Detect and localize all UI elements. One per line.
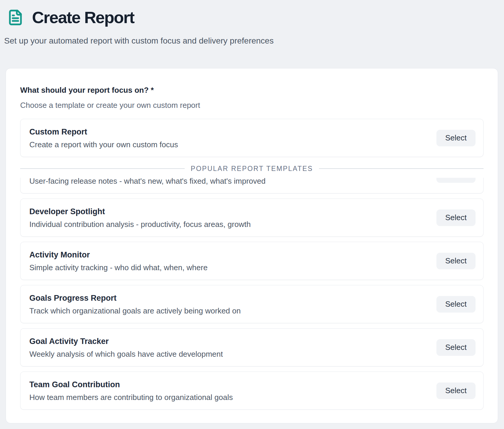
template-select-button[interactable]: Select: [436, 296, 476, 313]
template-title: Goals Progress Report: [29, 293, 474, 303]
template-list: User-facing release notes - what's new, …: [20, 178, 484, 410]
template-select-button[interactable]: Select: [436, 382, 476, 399]
template-select-button[interactable]: Select: [436, 253, 476, 269]
template-card-goals-progress-report[interactable]: Goals Progress Report Track which organi…: [20, 285, 484, 323]
template-select-button[interactable]: Select: [436, 209, 476, 226]
popular-templates-divider: POPULAR REPORT TEMPLATES: [20, 164, 484, 173]
template-title: Activity Monitor: [29, 249, 474, 260]
template-card-developer-spotlight[interactable]: Developer Spotlight Individual contribut…: [20, 199, 484, 237]
popular-templates-label: POPULAR REPORT TEMPLATES: [191, 165, 313, 173]
page-header: Create Report: [0, 0, 504, 26]
template-title: Team Goal Contribution: [29, 379, 474, 390]
template-card-release-notes-clipped[interactable]: User-facing release notes - what's new, …: [20, 178, 484, 193]
divider-line-right: [319, 168, 484, 169]
file-text-icon: [7, 9, 24, 26]
template-description: Track which organizational goals are act…: [29, 306, 474, 316]
template-description: Individual contribution analysis - produ…: [29, 220, 474, 229]
page-title: Create Report: [32, 9, 134, 26]
template-card-team-goal-contribution[interactable]: Team Goal Contribution How team members …: [20, 372, 484, 410]
custom-report-card[interactable]: Custom Report Create a report with your …: [20, 119, 484, 157]
template-description: Weekly analysis of which goals have acti…: [29, 349, 474, 359]
report-focus-panel: What should your report focus on? * Choo…: [6, 68, 498, 423]
focus-question-subheading: Choose a template or create your own cus…: [20, 100, 484, 110]
page-subtitle: Set up your automated report with custom…: [0, 36, 504, 46]
templates-scroll-area[interactable]: User-facing release notes - what's new, …: [20, 178, 484, 410]
template-title: Developer Spotlight: [29, 206, 474, 217]
template-description: User-facing release notes - what's new, …: [29, 178, 474, 186]
template-card-goal-activity-tracker[interactable]: Goal Activity Tracker Weekly analysis of…: [20, 328, 484, 366]
template-select-button[interactable]: Select: [436, 339, 476, 356]
custom-report-description: Create a report with your own custom foc…: [29, 140, 474, 149]
custom-report-select-button[interactable]: Select: [436, 130, 476, 146]
template-title: Goal Activity Tracker: [29, 336, 474, 347]
focus-question-heading: What should your report focus on? *: [20, 85, 484, 95]
divider-line-left: [20, 168, 185, 169]
template-description: How team members are contributing to org…: [29, 393, 474, 402]
template-card-activity-monitor[interactable]: Activity Monitor Simple activity trackin…: [20, 242, 484, 280]
template-description: Simple activity tracking - who did what,…: [29, 263, 474, 272]
template-select-button[interactable]: Select: [436, 178, 476, 183]
custom-report-title: Custom Report: [29, 127, 474, 137]
